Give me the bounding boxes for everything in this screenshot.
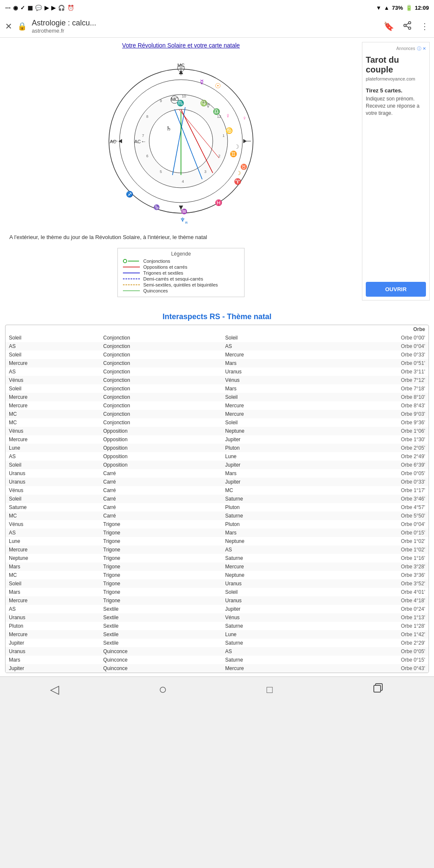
recent-apps-button[interactable]: □ bbox=[267, 684, 273, 696]
orbe-value: Orbe 4°57' bbox=[316, 503, 428, 512]
tab-switch-button[interactable] bbox=[372, 682, 384, 697]
orbe-value: Orbe 0°05' bbox=[316, 647, 428, 656]
planet2: Soleil bbox=[222, 393, 316, 401]
planet1: Mercure bbox=[6, 401, 100, 410]
planet1: Mars bbox=[6, 656, 100, 664]
planet2: Saturne bbox=[222, 639, 316, 647]
orbe-value: Orbe 4°01' bbox=[316, 588, 428, 596]
svg-text:7: 7 bbox=[142, 134, 144, 138]
svg-rect-86 bbox=[374, 685, 381, 692]
svg-text:11: 11 bbox=[202, 100, 206, 104]
signal-icon: ▲ bbox=[384, 5, 389, 11]
planet1: AS bbox=[6, 342, 100, 351]
svg-text:☿: ☿ bbox=[206, 102, 210, 108]
planet2: Uranus bbox=[222, 367, 316, 376]
svg-text:AC: AC bbox=[134, 139, 141, 144]
planet1: Jupiter bbox=[6, 664, 100, 673]
back-button[interactable]: ◁ bbox=[50, 682, 59, 696]
planet2: Mercure bbox=[222, 664, 316, 673]
aspect-type: Opposition bbox=[100, 452, 222, 461]
svg-text:3: 3 bbox=[204, 170, 206, 174]
planet1: MC bbox=[6, 571, 100, 579]
svg-text:8: 8 bbox=[146, 114, 148, 119]
table-row: Soleil Trigone Uranus Orbe 3°52' bbox=[6, 579, 428, 588]
planet2: Pluton bbox=[222, 520, 316, 529]
planet2: Uranus bbox=[222, 596, 316, 605]
planet1: Soleil bbox=[6, 495, 100, 503]
table-row: AS Conjonction AS Orbe 0°04' bbox=[6, 342, 428, 351]
home-button[interactable]: ○ bbox=[159, 682, 167, 697]
aspect-type: Conjonction bbox=[100, 410, 222, 418]
aspect-type: Quinconce bbox=[100, 656, 222, 664]
advertisement: Annonces ⓘ ✕ Tarot du couple plateformev… bbox=[362, 42, 430, 300]
planet1: Mars bbox=[6, 588, 100, 596]
orbe-value: Orbe 0°15' bbox=[316, 529, 428, 537]
planet1: Vénus bbox=[6, 376, 100, 384]
ad-open-button[interactable]: OUVRIR bbox=[366, 282, 426, 297]
close-button[interactable]: ✕ bbox=[5, 21, 12, 31]
planet2: Soleil bbox=[222, 418, 316, 427]
planet1: Soleil bbox=[6, 579, 100, 588]
svg-text:♈: ♈ bbox=[234, 178, 242, 185]
planet2: Neptune bbox=[222, 537, 316, 545]
aspect-type: Quinconce bbox=[100, 647, 222, 656]
orbe-value: Orbe 2°49' bbox=[316, 452, 428, 461]
orbe-value: Orbe 4°18' bbox=[316, 596, 428, 605]
planet2: Vénus bbox=[222, 613, 316, 622]
orbe-value: Orbe 8°43' bbox=[316, 401, 428, 410]
aspect-type: Trigone bbox=[100, 545, 222, 554]
table-row: Jupiter Quinconce Mercure Orbe 0°43' bbox=[6, 664, 428, 673]
svg-text:♋: ♋ bbox=[225, 127, 233, 134]
bookmark-icon[interactable]: 🔖 bbox=[384, 21, 394, 31]
table-row: Soleil Conjonction Mercure Orbe 0°33' bbox=[6, 351, 428, 359]
planet2: Lune bbox=[222, 630, 316, 639]
planet2: Saturne bbox=[222, 656, 316, 664]
svg-line-4 bbox=[406, 23, 409, 25]
aspect-type: Carré bbox=[100, 503, 222, 512]
legend-item-demi-carres: Demi-carrés et sesqui-carrés bbox=[123, 276, 239, 281]
planet1: Mercure bbox=[6, 545, 100, 554]
table-row: Mercure Conjonction Mars Orbe 0°51' bbox=[6, 359, 428, 367]
legend-item-quinconces: Quinconces bbox=[123, 288, 239, 293]
table-row: Neptune Trigone Saturne Orbe 1°16' bbox=[6, 554, 428, 562]
table-row: Soleil Carré Saturne Orbe 3°46' bbox=[6, 495, 428, 503]
svg-text:R: R bbox=[185, 221, 188, 225]
chart-link[interactable]: Votre Révolution Solaire et votre carte … bbox=[4, 42, 358, 49]
svg-text:♐: ♐ bbox=[126, 191, 134, 198]
planet2: Mars bbox=[222, 529, 316, 537]
legend-item-trigones: Trigones et sextiles bbox=[123, 270, 239, 275]
planet2: Saturne bbox=[222, 495, 316, 503]
planet1: Soleil bbox=[6, 334, 100, 342]
legend-label: Oppositions et carrés bbox=[143, 264, 187, 270]
table-row: MC Conjonction Mercure Orbe 9°03' bbox=[6, 410, 428, 418]
aspect-type: Sextile bbox=[100, 639, 222, 647]
orbe-value: Orbe 0°33' bbox=[316, 478, 428, 486]
planet1: Neptune bbox=[6, 554, 100, 562]
orbe-value: Orbe 3°11' bbox=[316, 367, 428, 376]
aspect-type: Conjonction bbox=[100, 384, 222, 393]
orbe-value: Orbe 9°03' bbox=[316, 410, 428, 418]
orbe-value: Orbe 1°28' bbox=[316, 622, 428, 630]
share-icon[interactable] bbox=[403, 21, 412, 32]
aspect-type: Conjonction bbox=[100, 393, 222, 401]
svg-text:♀: ♀ bbox=[225, 112, 230, 119]
planet1: Saturne bbox=[6, 503, 100, 512]
table-row: Jupiter Sextile Saturne Orbe 2°29' bbox=[6, 639, 428, 647]
svg-text:☉: ☉ bbox=[215, 82, 221, 89]
browser-title-area[interactable]: Astrologie : calcu... astrotheme.fr bbox=[32, 19, 378, 34]
svg-text:♉: ♉ bbox=[240, 163, 248, 170]
browser-bar: ✕ 🔒 Astrologie : calcu... astrotheme.fr … bbox=[0, 15, 434, 38]
page-title: Astrologie : calcu... bbox=[32, 19, 378, 28]
orbe-value: Orbe 1°17' bbox=[316, 486, 428, 495]
planet2: Lune bbox=[222, 452, 316, 461]
planet2: Mercure bbox=[222, 562, 316, 571]
orbe-value: Orbe 0°04' bbox=[316, 342, 428, 351]
aspect-type: Conjonction bbox=[100, 359, 222, 367]
planet2: Pluton bbox=[222, 503, 316, 512]
planet2: Saturne bbox=[222, 554, 316, 562]
aspect-type: Opposition bbox=[100, 461, 222, 469]
menu-icon[interactable]: ⋮ bbox=[420, 21, 429, 31]
planet2: Neptune bbox=[222, 571, 316, 579]
status-right: ▼ ▲ 73% 🔋 12:09 bbox=[376, 5, 429, 11]
table-row: Soleil Opposition Jupiter Orbe 6°39' bbox=[6, 461, 428, 469]
